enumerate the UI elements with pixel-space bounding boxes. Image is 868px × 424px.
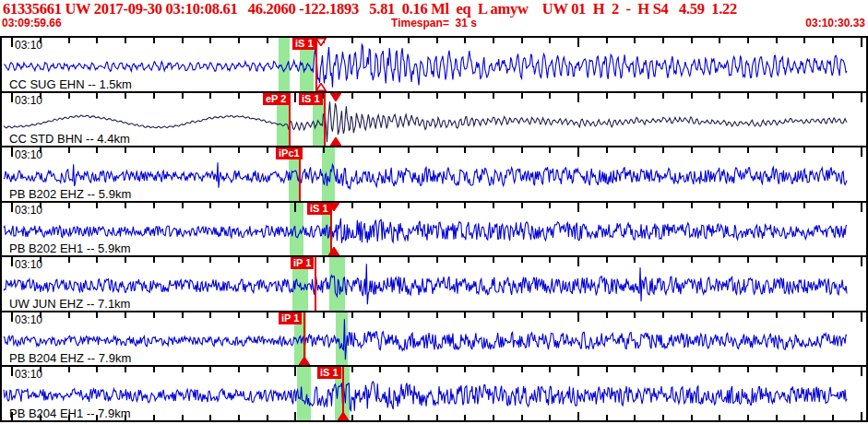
triangle-icon xyxy=(339,413,348,420)
phase-pick-label[interactable]: iS 1 xyxy=(317,367,341,379)
phase-pick-label[interactable]: iPc1 xyxy=(276,147,303,159)
waveform[interactable] xyxy=(2,312,866,366)
waveform-trace xyxy=(4,101,847,142)
minute-mark-label: 03:10 xyxy=(15,368,42,381)
event-summary-line: 61335661 UW 2017-09-30 03:10:08.61 46.20… xyxy=(3,0,737,18)
triangle-icon xyxy=(316,39,326,46)
arrival-flag-filled[interactable] xyxy=(328,247,339,255)
station-channel-label[interactable]: PB B202 EHZ -- 5.9km xyxy=(9,187,131,201)
minute-mark-label: 03:10 xyxy=(15,148,42,161)
station-channel-label[interactable]: UW JUN EHZ -- 7.1km xyxy=(9,297,130,311)
triangle-icon xyxy=(331,138,340,146)
minute-mark-label: 03:10 xyxy=(15,94,42,107)
minute-mark-label: 03:10 xyxy=(15,258,42,271)
phase-pick-label[interactable]: iS 1 xyxy=(307,203,331,215)
trace-panel: iS 103:10CC SUG EHN -- 1.5kmeP 2iS 103:1… xyxy=(0,36,868,422)
phase-pick-label[interactable]: iP 1 xyxy=(291,257,314,269)
waveform[interactable] xyxy=(2,147,866,201)
arrival-flag-filled[interactable] xyxy=(338,412,349,420)
waveform-trace xyxy=(4,218,847,243)
station-channel-label[interactable]: PB B202 EH1 -- 5.9km xyxy=(9,241,131,255)
timespan-label: Timespan= 31 s xyxy=(0,17,868,29)
triangle-icon xyxy=(329,248,339,255)
pick-time-line[interactable] xyxy=(324,93,326,147)
phase-pick-label[interactable]: iP 1 xyxy=(279,312,302,324)
seismogram-review-window: { "header": { "line1": "61335661 UW 2017… xyxy=(0,0,868,424)
trace-row: iP 103:10PB B204 EHZ -- 7.9km xyxy=(2,312,866,368)
phase-pick-label[interactable]: eP 2 xyxy=(263,93,289,105)
pick-time-line[interactable] xyxy=(315,257,316,311)
trace-row: iS 103:10PB B204 EH1 -- 7.9km xyxy=(2,367,866,420)
arrival-flag-filled[interactable] xyxy=(330,137,341,146)
trace-row: iS 103:10PB B202 EH1 -- 5.9km xyxy=(2,203,866,258)
waveform[interactable] xyxy=(2,367,866,420)
trace-row: iPc103:10PB B202 EHZ -- 5.9km xyxy=(2,147,866,203)
triangle-icon xyxy=(331,93,340,100)
trace-row: eP 2iS 103:10CC STD BHN -- 4.4km xyxy=(2,93,866,148)
waveform[interactable] xyxy=(2,93,866,147)
station-channel-label[interactable]: PB B204 EH1 -- 7.9km xyxy=(9,406,131,420)
triangle-icon xyxy=(300,358,309,365)
waveform-trace xyxy=(4,162,847,188)
trace-row: iP 103:10UW JUN EHZ -- 7.1km xyxy=(2,257,866,312)
waveform[interactable] xyxy=(2,257,866,311)
trace-row: iS 103:10CC SUG EHN -- 1.5km xyxy=(2,38,866,93)
minute-mark-label: 03:10 xyxy=(15,313,42,326)
window-end-time: 03:10:30.33 xyxy=(805,17,865,29)
phase-pick-label[interactable]: iS 1 xyxy=(292,38,316,50)
phase-pick-label[interactable]: iS 1 xyxy=(299,93,323,105)
arrival-flag-open[interactable] xyxy=(315,38,327,46)
arrival-flag-filled[interactable] xyxy=(330,93,341,101)
station-channel-label[interactable]: CC STD BHN -- 4.4km xyxy=(9,132,130,146)
minute-mark-label: 03:10 xyxy=(15,204,42,217)
waveform[interactable] xyxy=(2,203,866,256)
time-axis-header: 03:09:59.66 Timespan= 31 s 03:10:30.33 xyxy=(0,17,868,29)
minute-mark-label: 03:10 xyxy=(15,39,42,52)
triangle-icon xyxy=(316,83,326,90)
arrival-flag-filled[interactable] xyxy=(299,357,310,365)
arrival-flag-open[interactable] xyxy=(315,83,327,91)
station-channel-label[interactable]: CC SUG EHN -- 1.5km xyxy=(9,77,132,91)
station-channel-label[interactable]: PB B204 EHZ -- 7.9km xyxy=(9,351,131,365)
